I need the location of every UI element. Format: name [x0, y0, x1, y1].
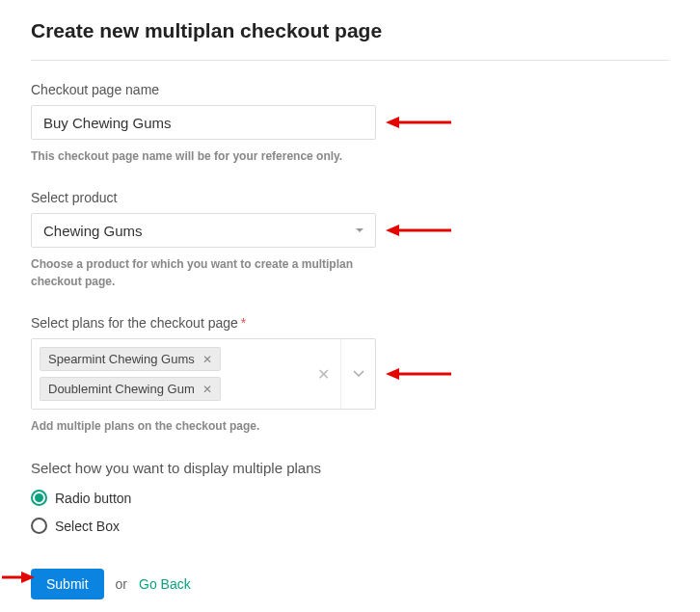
- submit-button[interactable]: Submit: [31, 569, 104, 599]
- plans-helper: Add multiple plans on the checkout page.: [31, 417, 397, 435]
- remove-tag-icon[interactable]: ✕: [202, 384, 212, 395]
- svg-marker-5: [386, 368, 399, 380]
- plans-label: Select plans for the checkout page: [31, 315, 238, 331]
- checkout-name-input[interactable]: [31, 105, 376, 140]
- required-indicator: *: [241, 315, 246, 331]
- divider: [31, 60, 669, 61]
- product-field: Select product Chewing Gums Choose a pro…: [31, 190, 669, 290]
- plans-tags-container: Spearmint Chewing Gums ✕ Doublemint Chew…: [32, 339, 306, 409]
- multiselect-toggle[interactable]: [340, 339, 375, 409]
- plan-tag-label: Doublemint Chewing Gum: [48, 382, 195, 396]
- svg-marker-7: [21, 572, 35, 583]
- radio-label: Radio button: [55, 491, 131, 506]
- chevron-down-icon: [353, 370, 364, 378]
- plans-multiselect[interactable]: Spearmint Chewing Gums ✕ Doublemint Chew…: [31, 338, 376, 410]
- or-text: or: [116, 576, 127, 592]
- arrow-annotation-icon: [386, 365, 451, 383]
- display-mode-radio-group: Radio button Select Box: [31, 490, 669, 534]
- product-select-value: Chewing Gums: [43, 223, 143, 239]
- plan-tag: Doublemint Chewing Gum ✕: [40, 377, 221, 401]
- product-helper: Choose a product for which you want to c…: [31, 255, 397, 290]
- radio-icon: [31, 490, 47, 506]
- caret-down-icon: [356, 228, 363, 232]
- radio-label: Select Box: [55, 519, 120, 534]
- page-title: Create new multiplan checkout page: [31, 19, 669, 42]
- plan-tag: Spearmint Chewing Gums ✕: [40, 347, 221, 371]
- arrow-annotation-icon: [2, 569, 35, 586]
- svg-marker-3: [386, 225, 399, 236]
- arrow-annotation-icon: [386, 114, 451, 131]
- radio-option-radio-button[interactable]: Radio button: [31, 490, 669, 506]
- plans-field: Select plans for the checkout page * Spe…: [31, 315, 669, 435]
- checkout-name-helper: This checkout page name will be for your…: [31, 147, 397, 165]
- svg-marker-1: [386, 117, 399, 128]
- arrow-annotation-icon: [386, 222, 451, 239]
- checkout-name-label: Checkout page name: [31, 82, 159, 97]
- display-mode-heading: Select how you want to display multiple …: [31, 460, 669, 476]
- clear-all-icon[interactable]: ✕: [306, 339, 340, 409]
- product-select[interactable]: Chewing Gums: [31, 213, 376, 248]
- display-mode-field: Select how you want to display multiple …: [31, 460, 669, 534]
- checkout-name-field: Checkout page name This checkout page na…: [31, 82, 669, 165]
- action-row: Submit or Go Back: [31, 569, 669, 599]
- radio-option-select-box[interactable]: Select Box: [31, 518, 669, 534]
- go-back-link[interactable]: Go Back: [139, 576, 191, 592]
- product-label: Select product: [31, 190, 118, 205]
- plan-tag-label: Spearmint Chewing Gums: [48, 352, 195, 366]
- radio-icon: [31, 518, 47, 534]
- remove-tag-icon[interactable]: ✕: [202, 354, 212, 365]
